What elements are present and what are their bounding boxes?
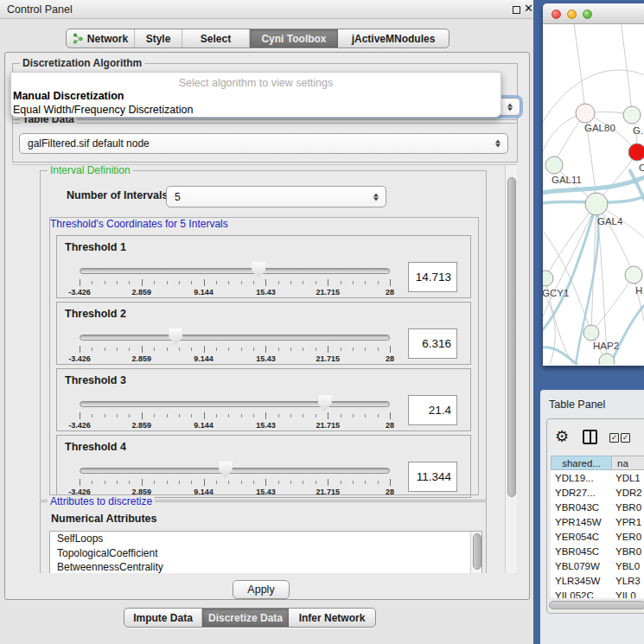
checkbox-icon[interactable]: ✓ (609, 433, 619, 443)
slider-thumb[interactable] (219, 462, 233, 478)
network-node[interactable] (545, 156, 563, 174)
zoom-traffic-light-icon[interactable] (583, 10, 592, 19)
threshold-panel: Threshold 4 -3.4262.8599.14415.4321.7152… (56, 435, 471, 498)
number-of-intervals-combobox[interactable]: 5 (166, 186, 386, 207)
table-row[interactable]: YIL052CYIL0 (551, 588, 644, 598)
table-data-group: Table Data galFiltered.sif default node (12, 119, 518, 163)
slider-thumb[interactable] (169, 328, 182, 345)
table-row[interactable]: YBL079WYBL0 (551, 558, 644, 573)
network-edge[interactable] (596, 204, 634, 275)
tab-style[interactable]: Style (135, 29, 182, 48)
table-row[interactable]: YBR043CYBR0 (551, 500, 644, 514)
network-node[interactable] (583, 325, 599, 341)
column-layout-icon[interactable] (583, 430, 597, 444)
attribute-item[interactable]: TopologicalCoefficient (50, 546, 481, 561)
tab-impute-data[interactable]: Impute Data (124, 609, 202, 627)
list-scrollbar[interactable] (470, 532, 481, 573)
network-node[interactable] (628, 143, 644, 161)
dropdown-option-manual-discretization[interactable]: Manual Discretization (13, 90, 124, 102)
network-node[interactable] (543, 271, 553, 286)
network-edge[interactable] (573, 24, 585, 113)
float-window-icon[interactable] (513, 6, 520, 14)
table-panel-card: ⚙ ✓ ✓ shared... na YDL19...YDL1YDR27...Y… (546, 418, 644, 614)
network-edge[interactable] (543, 204, 596, 335)
threshold-panel: Threshold 3 -3.4262.8599.14415.4321.7152… (56, 368, 471, 431)
group-title: Interval Definition (48, 164, 133, 176)
minimize-traffic-light-icon[interactable] (567, 10, 577, 19)
number-of-intervals-label: Number of Intervals (67, 189, 168, 201)
algorithm-dropdown-popup: Select algorithm to view settings Manual… (10, 72, 501, 118)
checkbox-icon[interactable]: ✓ (621, 433, 630, 443)
network-edge[interactable] (545, 204, 596, 278)
tab-infer-network[interactable]: Infer Network (289, 609, 375, 627)
table-row[interactable]: YLR345WYLR3 (551, 573, 644, 588)
table-row[interactable]: YPR145WYPR1 (551, 514, 644, 529)
table-row[interactable]: YER054CYER0 (551, 529, 644, 544)
combo-stepper-icon (373, 193, 379, 201)
settings-scroll-viewport: Interval Definition Number of Intervals … (12, 164, 517, 573)
threshold-label: Threshold 1 (65, 241, 126, 253)
tab-label: Select (201, 33, 231, 45)
table-row[interactable]: YBR045CYBR0 (551, 544, 644, 558)
threshold-value-field[interactable] (408, 395, 457, 425)
slider-track[interactable] (80, 468, 390, 474)
threshold-panel: Threshold 1 -3.4262.8599.14415.4321.7152… (56, 235, 471, 298)
table-row[interactable]: YDR27...YDR2 (551, 485, 644, 500)
column-header-name[interactable]: na (612, 456, 644, 470)
network-node[interactable] (576, 104, 595, 123)
settings-scrollbar[interactable] (505, 165, 517, 573)
slider-ticks (80, 479, 390, 487)
threshold-label: Threshold 4 (65, 441, 126, 453)
tab-cyni-toolbox[interactable]: Cyni Toolbox (250, 29, 338, 48)
slider-scale-labels: -3.4262.8599.14415.4321.71528 (80, 288, 390, 296)
network-edge-teal[interactable] (610, 303, 644, 365)
slider-thumb[interactable] (318, 395, 332, 411)
tab-label: Infer Network (299, 612, 366, 624)
cyni-toolbox-panel: Discretization Algorithm Table Data galF… (4, 52, 530, 600)
slider-track[interactable] (80, 335, 390, 341)
network-node-label: HAP2 (593, 341, 619, 351)
table-row[interactable]: YDL19...YDL1 (551, 470, 644, 485)
dropdown-option-equal-width-frequency[interactable]: Equal Width/Frequency Discretization (13, 104, 193, 116)
close-traffic-light-icon[interactable] (552, 10, 561, 19)
slider-thumb[interactable] (252, 262, 265, 278)
threshold-slider[interactable]: -3.4262.8599.14415.4321.71528 (80, 460, 390, 496)
network-edge[interactable] (591, 275, 634, 333)
interval-definition-group: Interval Definition Number of Intervals … (40, 170, 487, 501)
column-header-shared-name[interactable]: shared... (551, 456, 612, 470)
control-panel-header: Control Panel ✕ (0, 0, 533, 19)
tab-network[interactable]: Network (67, 29, 135, 48)
tab-jactivemnodules[interactable]: jActiveMNodules (338, 29, 449, 48)
tab-label: Cyni Toolbox (261, 33, 326, 45)
tab-label: jActiveMNodules (352, 33, 436, 45)
network-node[interactable] (623, 106, 641, 124)
threshold-slider[interactable]: -3.4262.8599.14415.4321.71528 (80, 260, 390, 296)
network-node[interactable] (625, 266, 642, 284)
combo-value: 5 (175, 191, 181, 203)
network-node-label: C (639, 163, 644, 173)
apply-button[interactable]: Apply (233, 580, 290, 599)
network-node[interactable] (599, 354, 615, 365)
close-icon[interactable]: ✕ (524, 2, 533, 15)
numerical-attributes-list[interactable]: SelfLoopsTopologicalCoefficientBetweenne… (49, 531, 482, 573)
tab-select[interactable]: Select (182, 29, 250, 48)
slider-ticks (80, 346, 390, 354)
threshold-value-field[interactable] (408, 262, 457, 292)
threshold-slider[interactable]: -3.4262.8599.14415.4321.71528 (80, 327, 390, 363)
threshold-value-field[interactable] (408, 462, 457, 492)
table-horizontal-scrollbar[interactable] (549, 601, 644, 610)
network-node-label: GAL4 (597, 216, 623, 226)
gear-icon[interactable]: ⚙ (555, 427, 569, 445)
attribute-item[interactable]: SelfLoops (50, 532, 481, 546)
network-edge-teal[interactable] (543, 204, 596, 337)
network-canvas[interactable]: GAL80G.CGAL11GAL4GCY1HHAP2 (543, 24, 644, 365)
threshold-slider[interactable]: -3.4262.8599.14415.4321.71528 (80, 393, 390, 430)
network-node[interactable] (585, 193, 608, 215)
slider-track[interactable] (80, 268, 390, 274)
table-data-combobox[interactable]: galFiltered.sif default node (19, 133, 508, 154)
tab-discretize-data[interactable]: Discretize Data (202, 609, 289, 627)
network-edge-teal[interactable] (543, 348, 577, 365)
attribute-item[interactable]: BetweennessCentrality (50, 560, 481, 573)
slider-track[interactable] (80, 401, 390, 407)
threshold-value-field[interactable] (408, 328, 457, 359)
